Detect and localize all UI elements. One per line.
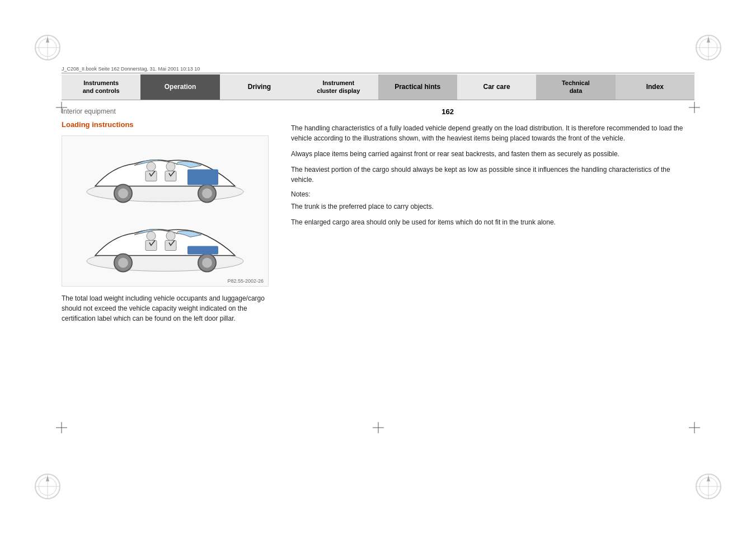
navigation-bar: Instruments and controls Operation Drivi… [62, 74, 694, 100]
nav-item-car-care[interactable]: Car care [457, 74, 536, 100]
svg-point-28 [147, 162, 156, 171]
nav-item-driving[interactable]: Driving [220, 74, 299, 100]
section-header-left: Interior equipment [62, 107, 116, 116]
svg-point-22 [118, 189, 128, 199]
svg-point-34 [202, 258, 212, 268]
main-content: Loading instructions [62, 120, 694, 489]
svg-rect-35 [187, 246, 218, 255]
car-illustration-bottom [78, 218, 252, 274]
svg-rect-25 [187, 170, 218, 185]
right-para-3: The heaviest portion of the cargo should… [291, 165, 694, 185]
compass-bottom-left [34, 472, 62, 500]
nav-bottom-rule [62, 100, 694, 100]
note-1: The trunk is the preferred place to carr… [291, 202, 694, 212]
svg-point-24 [202, 189, 212, 199]
notes-label: Notes: [291, 190, 694, 198]
right-para-1: The handling characteristics of a fully … [291, 123, 694, 143]
left-body-text: The total load weight including vehicle … [62, 293, 274, 324]
svg-point-32 [118, 258, 128, 268]
nav-item-index[interactable]: Index [616, 74, 694, 100]
svg-marker-4 [46, 37, 49, 43]
svg-marker-9 [707, 37, 710, 43]
image-caption: P82.55-2002-26 [227, 278, 264, 284]
compass-bottom-right [694, 472, 722, 500]
car-illustration-box: P82.55-2002-26 [62, 135, 269, 287]
nav-item-operation[interactable]: Operation [140, 74, 219, 100]
right-para-2: Always place items being carried against… [291, 149, 694, 159]
svg-point-38 [147, 232, 156, 241]
left-column: Loading instructions [62, 120, 274, 489]
section-title: Loading instructions [62, 120, 274, 129]
svg-point-26 [166, 162, 175, 171]
note-2: The enlarged cargo area should only be u… [291, 217, 694, 227]
svg-marker-14 [46, 476, 49, 481]
car-illustration-top [78, 148, 252, 204]
file-info: J_C208_II.book Seite 162 Donnerstag, 31.… [62, 66, 200, 72]
compass-top-right [694, 34, 722, 62]
right-column: The handling characteristics of a fully … [291, 120, 694, 489]
top-line [62, 73, 694, 73]
svg-marker-19 [707, 476, 710, 481]
nav-item-technical-data[interactable]: Technical data [536, 74, 615, 100]
page-number: 162 [442, 107, 454, 116]
nav-item-practical-hints[interactable]: Practical hints [378, 74, 457, 100]
compass-top-left [34, 34, 62, 62]
svg-point-36 [166, 232, 175, 241]
nav-item-instruments[interactable]: Instruments and controls [62, 74, 140, 100]
section-header: Interior equipment 162 [62, 107, 694, 116]
nav-item-instrument-cluster[interactable]: Instrument cluster display [299, 74, 378, 100]
